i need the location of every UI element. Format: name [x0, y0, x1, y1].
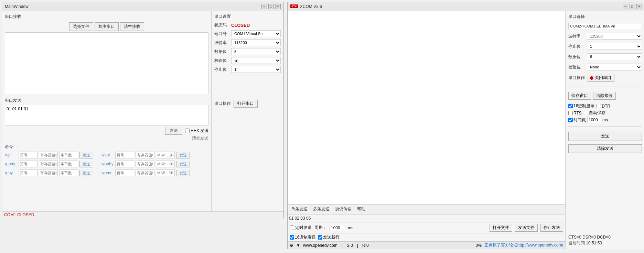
xcom-stopbits-select[interactable]: 1 — [587, 43, 642, 50]
rpphy-page[interactable] — [19, 161, 37, 167]
databits-select[interactable]: 8 — [231, 48, 281, 55]
minimize-button[interactable]: ─ — [261, 4, 267, 9]
rspi-send-button[interactable]: 发送 — [79, 152, 93, 158]
clear-receive-button[interactable]: 清除接收 — [593, 92, 616, 100]
hex-send-check[interactable]: 16进制发送 — [290, 234, 316, 240]
wpphy-msblsb[interactable] — [156, 161, 175, 167]
openedv-link[interactable]: 正点原子官方论坛http://www.openedv.com/ — [484, 242, 563, 248]
rpphy-reg[interactable] — [39, 161, 58, 167]
wspi-msblsb[interactable] — [156, 152, 175, 158]
timed-send-checkbox[interactable] — [290, 226, 294, 230]
tab-multi-send[interactable]: 多条发送 — [312, 206, 330, 212]
detect-port-button[interactable]: 检测串口 — [95, 22, 119, 31]
xcom-parity-select[interactable]: None — [587, 64, 642, 70]
xcom-maximize-button[interactable]: □ — [630, 4, 635, 9]
rspi-reg[interactable] — [39, 152, 58, 158]
baud-select[interactable]: 115200 — [231, 39, 281, 46]
xcom-send-controls: 定时发送 周期： ms 打开文件 发送文件 停止发送 — [288, 222, 565, 233]
send-area[interactable]: 01 01 01 01 — [5, 105, 208, 125]
port-select[interactable]: COM1:Virtual Se — [231, 30, 281, 37]
timestamp-input[interactable] — [587, 117, 601, 123]
hex-send-checkbox[interactable] — [185, 129, 190, 133]
xcom-baud-select[interactable]: 115200 — [587, 33, 642, 40]
newline-checkbox[interactable] — [318, 235, 322, 240]
xcom-clear-send-button[interactable]: 清除发送 — [568, 144, 642, 153]
timestamp-check[interactable]: 时间截 — [568, 117, 586, 123]
auto-save-check[interactable]: 自动保存 — [584, 110, 605, 116]
rts-check[interactable]: RTS — [568, 111, 582, 116]
wpphy-reg[interactable] — [136, 161, 154, 167]
xcom-close-button[interactable]: ✕ — [636, 4, 642, 9]
select-file-button[interactable]: 选择文件 — [69, 22, 93, 31]
xcom-send-area[interactable]: 01 02 03 05 — [288, 214, 565, 222]
tab-single-send[interactable]: 单条发送 — [290, 206, 308, 212]
wpphy-page[interactable] — [115, 161, 134, 167]
hex-display-check[interactable]: 16进制显示 — [568, 103, 594, 109]
hex-send-label: HEX 发送 — [191, 128, 208, 134]
xcom-send-button[interactable]: 发送 — [568, 132, 642, 141]
hex-send-xcom-checkbox[interactable] — [290, 235, 294, 240]
tab-protocol[interactable]: 协议传输 — [334, 206, 352, 212]
open-port-button[interactable]: 打开串口 — [234, 100, 258, 108]
wspi-page[interactable] — [115, 152, 134, 158]
xcom-minimize-button[interactable]: ─ — [623, 4, 628, 9]
xcom-databits-select[interactable]: 8 — [587, 53, 642, 60]
stopbits-select[interactable]: 1 — [231, 66, 281, 73]
main-content: 串口接收 选择文件 检测串口 清空接收 串口发送 01 01 01 01 发送 — [2, 11, 283, 211]
auto-save-checkbox[interactable] — [584, 111, 588, 115]
newline-check[interactable]: 发送新行 — [318, 234, 340, 240]
xcom-stopbits-row: 停止位 1 — [568, 43, 642, 50]
dropdown-icon[interactable]: ▼ — [296, 243, 300, 248]
wphy-msblsb[interactable] — [156, 169, 175, 176]
status-row: 状态码 CLOSED — [214, 22, 281, 28]
rspi-bytes[interactable] — [59, 152, 78, 158]
rspi-page[interactable] — [19, 152, 37, 158]
red-dot-icon — [590, 76, 593, 80]
gear-icon[interactable]: ⚙ — [290, 243, 293, 248]
timestamp-checkbox[interactable] — [568, 118, 573, 122]
xcom-port-row — [568, 23, 642, 29]
xcom-tabs: 单条发送 多条发送 协议传输 帮助 — [288, 205, 565, 214]
rphy-reg[interactable] — [39, 169, 58, 176]
save-window-button[interactable]: 保存窗口 — [568, 92, 591, 100]
timed-send-label[interactable]: 定时发送 — [290, 225, 312, 231]
wpphy-send-button[interactable]: 发送 — [176, 161, 190, 167]
rphy-bytes[interactable] — [59, 169, 78, 176]
main-window-controls: ─ □ ✕ — [261, 4, 281, 9]
send-file-button[interactable]: 发送文件 — [515, 224, 538, 232]
rphy-send-button[interactable]: 发送 — [79, 170, 93, 176]
xcom-port-input[interactable] — [568, 23, 642, 29]
tab-help[interactable]: 帮助 — [356, 206, 366, 212]
wphy-send-button[interactable]: 发送 — [176, 170, 190, 176]
maximize-button[interactable]: □ — [268, 4, 274, 9]
parity-select[interactable]: 无 — [231, 57, 281, 64]
close-port-button[interactable]: 关闭串口 — [587, 74, 614, 82]
wphy-reg[interactable] — [136, 169, 154, 176]
cts-status: CTS=0 DSR=0 DCD=0 — [568, 235, 642, 240]
xcom-send-content: 01 02 03 05 — [289, 216, 311, 221]
open-file-button[interactable]: 打开文件 — [490, 224, 512, 232]
dtr-check[interactable]: DTR — [597, 104, 610, 109]
stop-send-button[interactable]: 停止发送 — [540, 224, 563, 232]
wspi-reg[interactable] — [136, 152, 154, 158]
rpphy-bytes[interactable] — [59, 161, 78, 167]
wspi-send-button[interactable]: 发送 — [176, 152, 190, 158]
close-button[interactable]: ✕ — [275, 4, 281, 9]
xcom-stopbits-label: 停止位 — [568, 44, 586, 50]
timestamp-row: 时间截 ms — [568, 117, 642, 123]
send-button[interactable]: 发送 — [165, 127, 182, 135]
rpphy-send-button[interactable]: 发送 — [79, 161, 93, 167]
main-window: MainWindow ─ □ ✕ 串口接收 选择文件 检测串口 清空接收 串口发… — [2, 2, 284, 218]
dtr-checkbox[interactable] — [597, 104, 601, 108]
hex-send-check[interactable]: HEX 发送 — [185, 128, 208, 134]
rts-checkbox[interactable] — [568, 111, 573, 115]
xcom-ops-row: 串口操作 关闭串口 — [568, 74, 642, 82]
clear-receive-button[interactable]: 清空接收 — [120, 22, 144, 31]
hex-display-checkbox[interactable] — [568, 104, 573, 108]
wphy-page[interactable] — [115, 169, 134, 176]
rphy-page[interactable] — [19, 169, 37, 176]
auto-save-label: 自动保存 — [589, 110, 605, 116]
databits-row: 数据位 8 — [214, 48, 281, 55]
clear-send-button[interactable]: 清空发送 — [192, 135, 208, 141]
period-input[interactable] — [330, 225, 345, 231]
